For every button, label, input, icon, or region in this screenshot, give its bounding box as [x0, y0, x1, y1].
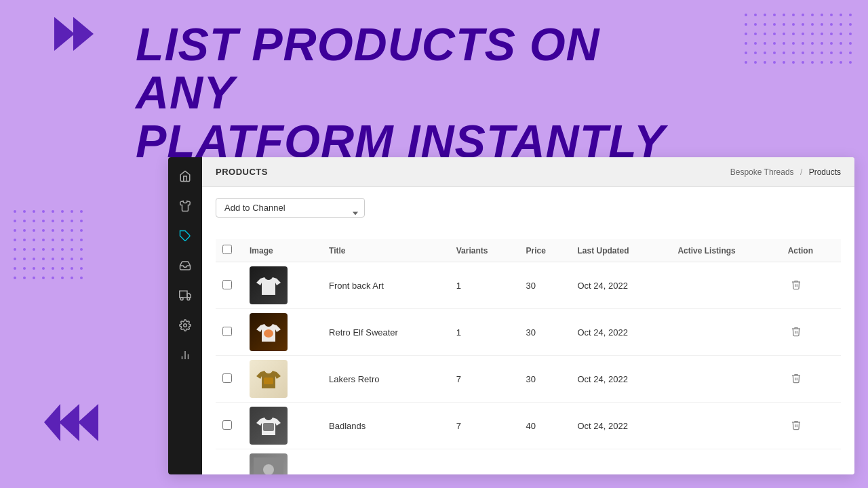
app-window: PRODUCTS Bespoke Threads / Products Add … [168, 157, 854, 474]
sidebar-item-settings[interactable] [173, 313, 197, 338]
svg-marker-4 [44, 404, 60, 441]
add-to-channel-dropdown[interactable]: Add to Channel Shopify eBay Amazon Etsy [216, 198, 365, 218]
product-title: Lakers Retro [322, 356, 450, 403]
product-active-listings [671, 403, 781, 449]
svg-rect-6 [180, 291, 187, 298]
svg-marker-2 [78, 404, 98, 441]
product-active-listings [671, 309, 781, 356]
product-active-listings [671, 449, 781, 475]
content-header: PRODUCTS Bespoke Threads / Products [202, 157, 854, 187]
breadcrumb-current: Products [809, 167, 841, 177]
row-checkbox[interactable] [222, 327, 232, 336]
channel-dropdown-wrapper: Add to Channel Shopify eBay Amazon Etsy [216, 198, 365, 228]
product-image [250, 360, 288, 398]
select-all-checkbox[interactable] [222, 245, 232, 254]
sidebar-item-home[interactable] [173, 164, 197, 188]
svg-point-8 [180, 298, 183, 300]
col-header-image: Image [243, 239, 322, 262]
sidebar-item-products[interactable] [173, 194, 197, 218]
svg-marker-1 [73, 17, 94, 51]
hero-section: LIST PRODUCTS ON ANY PLATFORM INSTANTLY [136, 20, 692, 165]
breadcrumb-store: Bespoke Threads [730, 167, 794, 177]
svg-rect-16 [263, 423, 274, 431]
product-variants: 1 [450, 309, 519, 356]
svg-point-9 [187, 298, 190, 300]
product-title [322, 449, 450, 475]
content-body: Add to Channel Shopify eBay Amazon Etsy … [202, 187, 854, 474]
product-variants: 7 [450, 403, 519, 449]
products-table: Image Title Variants Price Last Updated … [216, 239, 841, 474]
product-price: 30 [519, 309, 570, 356]
product-image [250, 407, 288, 445]
col-header-active-listings: Active Listings [671, 239, 781, 262]
svg-rect-15 [264, 378, 273, 384]
product-price: 30 [519, 356, 570, 403]
product-title: Retro Elf Sweater [322, 309, 450, 356]
product-last-updated: Oct 24, 2022 [571, 356, 671, 403]
table-row: Retro Elf Sweater130Oct 24, 2022 [216, 309, 841, 356]
product-image [250, 313, 288, 351]
sidebar-item-analytics[interactable] [173, 343, 197, 367]
col-header-action: Action [781, 239, 841, 262]
row-checkbox[interactable] [222, 420, 232, 430]
table-row: Front back Art130Oct 24, 2022 [216, 262, 841, 309]
table-row: Badlands740Oct 24, 2022 [216, 403, 841, 449]
col-header-title: Title [322, 239, 450, 262]
breadcrumb-separator: / [800, 167, 802, 177]
col-header-checkbox [216, 239, 243, 262]
sidebar [168, 157, 202, 474]
product-active-listings [671, 262, 781, 309]
row-checkbox[interactable] [222, 373, 232, 383]
product-title: Front back Art [322, 262, 450, 309]
hero-title: LIST PRODUCTS ON ANY PLATFORM INSTANTLY [136, 20, 692, 165]
product-last-updated: Oct 24, 2022 [571, 309, 671, 356]
col-header-last-updated: Last Updated [571, 239, 671, 262]
col-header-variants: Variants [450, 239, 519, 262]
main-content: PRODUCTS Bespoke Threads / Products Add … [202, 157, 854, 474]
product-variants [450, 449, 519, 475]
dot-grid-top-right: (function() { const grid = document.quer… [745, 14, 854, 66]
page-title: PRODUCTS [216, 167, 268, 177]
product-active-listings [671, 356, 781, 403]
product-variants: 1 [450, 262, 519, 309]
delete-product-button[interactable] [788, 370, 804, 388]
delete-product-button[interactable] [788, 323, 804, 342]
col-header-price: Price [519, 239, 570, 262]
sidebar-item-inbox[interactable] [173, 253, 197, 278]
play-forward-icon [54, 14, 102, 57]
product-price: 30 [519, 262, 570, 309]
delete-product-button[interactable] [788, 277, 804, 295]
table-row: Lakers Retro730Oct 24, 2022 [216, 356, 841, 403]
rewind-back-icon [44, 401, 98, 447]
product-last-updated [571, 449, 671, 475]
product-image [250, 266, 288, 304]
product-last-updated: Oct 24, 2022 [571, 403, 671, 449]
row-checkbox[interactable] [222, 280, 232, 289]
sidebar-item-tags[interactable] [173, 224, 197, 248]
product-image [250, 453, 288, 474]
sidebar-item-shipping[interactable] [173, 283, 197, 308]
svg-point-10 [184, 324, 187, 327]
svg-marker-7 [187, 293, 191, 298]
svg-marker-3 [59, 404, 79, 441]
product-last-updated: Oct 24, 2022 [571, 262, 671, 309]
product-price: 40 [519, 403, 570, 449]
table-row [216, 449, 841, 475]
product-title: Badlands [322, 403, 450, 449]
delete-product-button[interactable] [788, 417, 804, 435]
dot-grid-left: (function() { const grid = document.quer… [14, 210, 85, 282]
breadcrumb: Bespoke Threads / Products [730, 167, 841, 177]
svg-marker-0 [54, 17, 75, 51]
product-price [519, 449, 570, 475]
svg-point-14 [264, 329, 273, 338]
product-variants: 7 [450, 356, 519, 403]
